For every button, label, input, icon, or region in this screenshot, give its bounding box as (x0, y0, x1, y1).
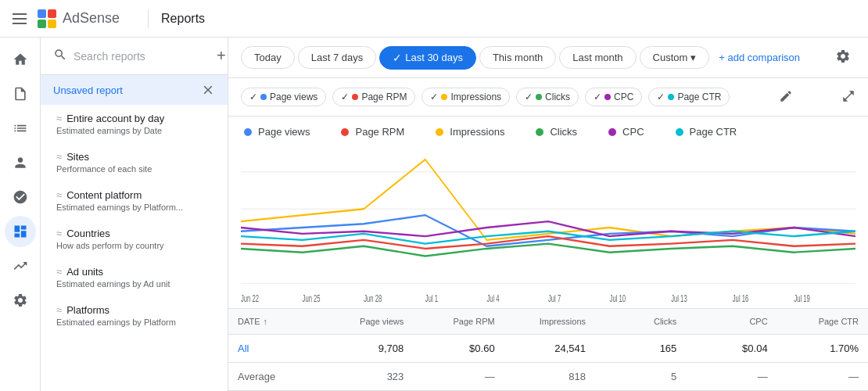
th-cpc[interactable]: CPC (686, 309, 777, 334)
filter-custom-button[interactable]: Custom ▾ (640, 46, 710, 69)
left-nav (0, 38, 41, 391)
sparkle-icon-3: ≈ (56, 189, 62, 201)
sidebar-item-content-platform[interactable]: ≈ Content platform Estimated earnings by… (41, 181, 228, 220)
filter-thismonth-button[interactable]: This month (479, 46, 556, 69)
sidebar-item-entire-account[interactable]: ≈ Entire account by day Estimated earnin… (41, 105, 228, 143)
nav-icon-list[interactable] (5, 113, 36, 144)
td-all-cpc: $0.04 (686, 335, 777, 362)
svg-rect-1 (48, 9, 56, 18)
filter-lastmonth-button[interactable]: Last month (559, 46, 636, 69)
pill-page-ctr[interactable]: ✓ Page CTR (648, 88, 730, 106)
pill-label-clicks: Clicks (545, 91, 570, 102)
main-content: Today Last 7 days ✓ Last 30 days This mo… (228, 38, 868, 391)
sort-asc-icon: ↑ (264, 317, 268, 326)
top-bar: AdSense Reports (0, 0, 868, 38)
th-date[interactable]: DATE ↑ (228, 309, 322, 334)
edit-metrics-icon[interactable] (779, 89, 793, 106)
check-icon-page-rpm: ✓ (341, 91, 349, 102)
report-name-content-platform: Content platform (66, 189, 142, 201)
sparkle-icon-1: ≈ (56, 113, 62, 124)
report-desc-ad-units: Estimated earnings by Ad unit (56, 279, 215, 289)
search-input[interactable] (74, 50, 210, 63)
report-desc-platforms: Estimated earnings by Platform (56, 317, 215, 327)
sparkle-icon-2: ≈ (56, 151, 62, 163)
report-name-platforms: Platforms (66, 304, 109, 316)
nav-icon-pages[interactable] (5, 78, 36, 109)
report-settings-icon[interactable] (830, 44, 855, 71)
logo: AdSense (36, 8, 120, 30)
nav-icon-person[interactable] (5, 147, 36, 178)
pill-label-cpc: CPC (614, 91, 633, 102)
th-page-views[interactable]: Page views (322, 309, 413, 334)
sidebar-item-ad-units[interactable]: ≈ Ad units Estimated earnings by Ad unit… (41, 258, 228, 296)
chevron-down-icon: ▾ (690, 52, 696, 63)
svg-rect-3 (48, 20, 56, 28)
pill-page-views[interactable]: ✓ Page views (241, 88, 326, 106)
legend-dot-clicks (536, 128, 543, 136)
legend-label-cpc: CPC (622, 126, 644, 138)
sidebar-item-platforms[interactable]: ≈ Platforms Estimated earnings by Platfo… (41, 296, 228, 335)
report-name-ad-units: Ad units (66, 266, 103, 278)
svg-text:Jul 16: Jul 16 (733, 293, 749, 303)
td-avg-page-rpm: — (413, 363, 504, 390)
pill-label-impressions: Impressions (450, 91, 501, 102)
pill-label-page-ctr: Page CTR (677, 91, 721, 102)
td-avg-page-views: 323 (322, 363, 413, 390)
legend-impressions: Impressions (436, 126, 504, 138)
checkmark-icon: ✓ (393, 52, 402, 64)
legend-clicks: Clicks (536, 126, 577, 138)
dot-cpc (604, 94, 611, 100)
th-page-rpm[interactable]: Page RPM (413, 309, 504, 334)
add-report-icon[interactable]: + (217, 47, 226, 65)
check-icon-clicks: ✓ (525, 91, 533, 102)
sidebar: + Unsaved report ≈ Entire account by day… (41, 38, 228, 391)
pill-page-rpm[interactable]: ✓ Page RPM (332, 88, 415, 106)
report-name-entire-account: Entire account by day (66, 113, 164, 124)
th-clicks[interactable]: Clicks (595, 309, 686, 334)
nav-icon-settings[interactable] (5, 285, 36, 316)
pill-impressions[interactable]: ✓ Impressions (421, 88, 510, 106)
nav-icon-trending[interactable] (5, 250, 36, 282)
sparkle-icon-4: ≈ (56, 228, 62, 239)
filter-last7days-button[interactable]: Last 7 days (298, 46, 377, 69)
close-unsaved-report-icon[interactable] (201, 83, 215, 97)
search-icon (53, 48, 67, 64)
add-comparison-button[interactable]: + add comparison (712, 47, 806, 68)
sidebar-item-countries[interactable]: ≈ Countries How ads perform by country ⋮ (41, 220, 228, 258)
pill-cpc[interactable]: ✓ CPC (585, 88, 642, 106)
table-row-average: Average 323 — 818 5 — — (228, 363, 868, 391)
unsaved-report-item[interactable]: Unsaved report (41, 75, 228, 105)
line-chart-svg: Jun 22 Jun 25 Jun 28 Jul 1 Jul 4 Jul 7 J… (241, 147, 855, 308)
td-all-label: All (228, 335, 322, 362)
nav-icon-block[interactable] (5, 181, 36, 213)
svg-text:Jul 4: Jul 4 (486, 293, 499, 303)
td-all-impressions: 24,541 (504, 335, 595, 362)
report-name-countries: Countries (66, 228, 110, 239)
nav-icon-chart[interactable] (5, 216, 36, 247)
sidebar-search-bar: + (41, 38, 228, 75)
filter-today-button[interactable]: Today (241, 46, 295, 69)
dot-impressions (441, 94, 447, 100)
expand-chart-icon[interactable] (841, 89, 855, 106)
legend-dot-page-rpm (341, 128, 349, 136)
svg-text:Jul 19: Jul 19 (794, 293, 810, 303)
dot-page-views (260, 94, 267, 100)
filter-last30days-button[interactable]: ✓ Last 30 days (379, 46, 476, 70)
legend-page-views: Page views (244, 126, 310, 138)
metric-pills-bar: ✓ Page views ✓ Page RPM ✓ Impressions ✓ (228, 78, 868, 117)
th-page-ctr[interactable]: Page CTR (777, 309, 868, 334)
legend-page-ctr: Page CTR (676, 126, 737, 138)
td-avg-impressions: 818 (504, 363, 595, 390)
legend-dot-page-views (244, 128, 252, 136)
menu-icon[interactable] (13, 13, 27, 24)
svg-text:Jul 1: Jul 1 (425, 293, 438, 303)
pill-clicks[interactable]: ✓ Clicks (516, 88, 579, 106)
sidebar-item-sites[interactable]: ≈ Sites Performance of each site ⋮ (41, 143, 228, 181)
th-impressions[interactable]: Impressions (504, 309, 595, 334)
nav-icon-home[interactable] (5, 44, 36, 75)
svg-rect-2 (38, 20, 46, 28)
report-desc-sites: Performance of each site (56, 164, 215, 174)
legend-page-rpm: Page RPM (341, 126, 404, 138)
check-icon-cpc: ✓ (594, 91, 601, 102)
legend-dot-page-ctr (676, 128, 683, 136)
